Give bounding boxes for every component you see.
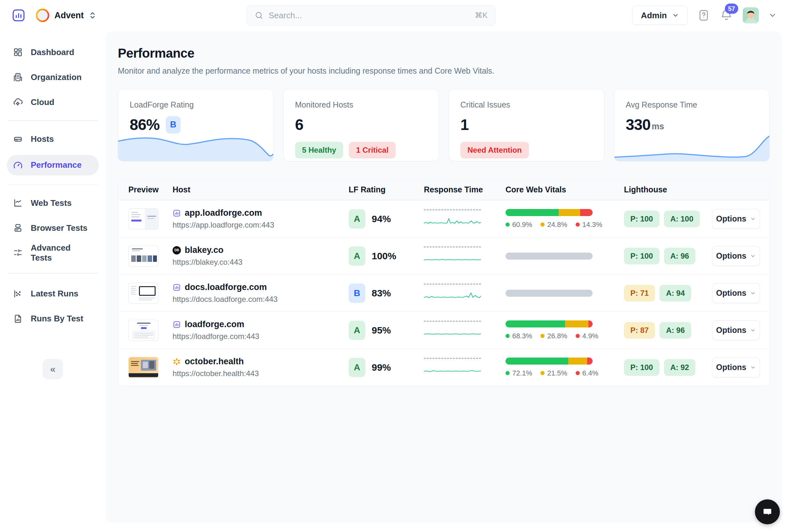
cloud-gear-icon	[13, 97, 23, 107]
lighthouse-accessibility-badge: A: 96	[659, 322, 691, 339]
options-button[interactable]: Options	[712, 209, 760, 229]
sidebar-item-cloud[interactable]: Cloud	[7, 93, 99, 111]
sidebar-item-runs-by-test[interactable]: Runs By Test	[7, 309, 99, 328]
response-time-sparkline	[424, 209, 481, 228]
good-dot-icon	[506, 223, 510, 227]
user-menu-chevron-icon[interactable]	[768, 11, 777, 20]
sidebar-divider	[8, 184, 98, 185]
sidebar-item-advanced-tests[interactable]: Advanced Tests	[7, 244, 99, 262]
threshold-dashed-line	[424, 209, 481, 210]
rating-sparkline	[118, 131, 273, 161]
lighthouse-accessibility-badge: A: 100	[664, 211, 700, 227]
sidebar-item-latest-runs[interactable]: Latest Runs	[7, 284, 99, 303]
notifications-button[interactable]: 57	[720, 9, 733, 22]
lf-grade-badge: A	[349, 209, 365, 229]
site-preview-thumbnail[interactable]	[128, 320, 158, 341]
workspace-switcher[interactable]: Advent	[36, 9, 96, 22]
chevron-down-icon	[750, 327, 756, 333]
loadforge-chart-icon	[173, 209, 181, 217]
table-row: docs.loadforge.com https://docs.loadforg…	[118, 274, 769, 311]
admin-menu-button[interactable]: Admin	[632, 6, 688, 25]
lf-grade-badge: B	[349, 284, 365, 303]
chevron-down-icon	[750, 290, 756, 296]
sliders-icon	[13, 248, 23, 258]
col-header-response-time: Response Time	[424, 185, 506, 194]
loadforge-chart-icon	[173, 321, 181, 329]
monitored-hosts-value: 6	[295, 116, 304, 133]
page-title: Performance	[118, 46, 770, 60]
core-web-vitals-legend: 72.1% 21.5% 6.4%	[506, 369, 624, 377]
avg-response-time-value: 330	[626, 116, 651, 133]
sidebar-collapse-button[interactable]: «	[43, 359, 63, 379]
options-button[interactable]: Options	[712, 246, 760, 266]
loadforge-chart-icon	[173, 283, 181, 292]
search-input[interactable]	[269, 10, 470, 21]
lighthouse-accessibility-badge: A: 92	[664, 359, 696, 376]
response-time-sparkline	[424, 284, 481, 303]
site-preview-thumbnail[interactable]	[128, 246, 158, 267]
options-button[interactable]: Options	[712, 283, 760, 303]
user-avatar[interactable]	[743, 7, 759, 23]
help-button[interactable]	[697, 9, 710, 22]
sidebar-item-organization[interactable]: Organization	[7, 68, 99, 86]
sidebar-item-hosts[interactable]: Hosts	[7, 130, 99, 149]
chevron-down-icon	[750, 216, 756, 222]
threshold-dashed-line	[424, 321, 481, 322]
help-doc-icon	[697, 9, 710, 22]
core-web-vitals-legend: 60.9% 24.8% 14.3%	[506, 221, 624, 229]
host-name[interactable]: loadforge.com	[185, 320, 244, 329]
lighthouse-performance-badge: P: 100	[624, 211, 659, 227]
lighthouse-performance-badge: P: 100	[624, 248, 659, 264]
threshold-dashed-line	[424, 284, 481, 284]
host-name[interactable]: app.loadforge.com	[185, 208, 262, 218]
host-name[interactable]: october.health	[185, 357, 244, 366]
search-shortcut: ⌘K	[475, 11, 487, 20]
chevron-up-down-icon	[89, 11, 96, 20]
workspace-name: Advent	[54, 10, 84, 21]
sidebar-item-dashboard[interactable]: Dashboard	[7, 43, 99, 61]
notification-count-badge: 57	[725, 3, 738, 14]
lf-grade-badge: A	[349, 358, 365, 377]
lf-rating-percent: 100%	[372, 251, 396, 261]
site-preview-thumbnail[interactable]	[128, 208, 158, 229]
sidebar-divider	[8, 120, 98, 121]
options-button[interactable]: Options	[712, 358, 760, 377]
app-logo-icon[interactable]	[11, 8, 26, 23]
table-row: app.loadforge.com https://app.loadforge.…	[118, 200, 769, 237]
loadforge-rating-value: 86%	[130, 116, 159, 133]
host-url: https://loadforge.com:443	[173, 332, 349, 341]
lf-rating-percent: 94%	[372, 213, 391, 224]
poor-dot-icon	[576, 371, 580, 375]
critical-issues-value: 1	[460, 116, 469, 133]
october-flower-icon	[173, 358, 181, 366]
chevron-down-icon	[672, 12, 679, 19]
threshold-dashed-line	[424, 247, 481, 248]
site-preview-thumbnail[interactable]	[128, 357, 158, 378]
collapse-chevrons-icon: «	[50, 364, 56, 375]
sidebar-item-performance[interactable]: Performance	[7, 155, 99, 175]
site-preview-thumbnail[interactable]	[128, 283, 158, 304]
lf-grade-badge: A	[349, 247, 365, 266]
lf-rating-percent: 83%	[372, 288, 391, 299]
global-search[interactable]: ⌘K	[247, 5, 496, 26]
stat-card-loadforge-rating: LoadForge Rating 86% B	[118, 89, 274, 161]
chat-widget-button[interactable]	[755, 499, 780, 524]
lf-rating-percent: 95%	[372, 325, 391, 336]
scatter-chart-icon	[13, 289, 23, 299]
dashboard-icon	[13, 47, 23, 57]
col-header-host: Host	[173, 185, 349, 194]
table-header-row: Preview Host LF Rating Response Time Cor…	[118, 180, 769, 200]
chevron-down-icon	[750, 253, 756, 259]
options-button[interactable]: Options	[712, 321, 760, 340]
col-header-lighthouse: Lighthouse	[624, 185, 712, 194]
critical-hosts-badge: 1 Critical	[349, 142, 396, 158]
file-chart-icon	[13, 314, 23, 324]
stat-card-avg-response-time: Avg Response Time 330 ms	[614, 89, 770, 161]
sidebar-item-web-tests[interactable]: Web Tests	[7, 194, 99, 212]
sidebar-item-browser-tests[interactable]: Browser Tests	[7, 219, 99, 237]
lighthouse-accessibility-badge: A: 94	[659, 285, 691, 302]
host-name[interactable]: docs.loadforge.com	[185, 282, 267, 292]
needs-improvement-dot-icon	[540, 334, 545, 338]
good-dot-icon	[506, 371, 510, 375]
host-name[interactable]: blakey.co	[185, 245, 224, 255]
